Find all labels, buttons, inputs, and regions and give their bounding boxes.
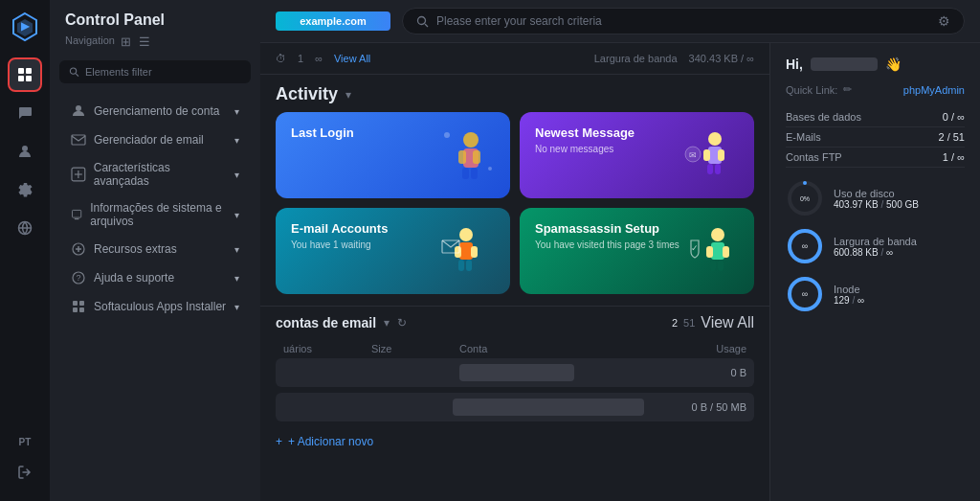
- card-text: Last Login: [291, 125, 354, 144]
- svg-rect-34: [471, 168, 478, 179]
- sidebar-title: Control Panel: [65, 11, 245, 29]
- bandwidth-item: ∞ Largura de banda 600.88 KB / ∞: [786, 227, 965, 265]
- sidebar-item-extras[interactable]: Recursos extras ▾: [56, 235, 255, 263]
- svg-rect-48: [471, 246, 478, 258]
- bandwidth-label: Largura de banda: [594, 53, 678, 64]
- svg-rect-32: [473, 150, 480, 164]
- svg-rect-42: [715, 164, 721, 174]
- svg-rect-26: [79, 307, 84, 312]
- chevron-down-icon: ▾: [234, 170, 239, 180]
- svg-line-28: [425, 24, 428, 27]
- list-view-icon[interactable]: ☰: [139, 34, 150, 49]
- plus-icon: +: [276, 435, 282, 448]
- activity-section-header: Activity ▾: [260, 75, 769, 112]
- domain-badge[interactable]: example.com: [276, 11, 390, 31]
- add-email-button[interactable]: + + Adicionar novo: [260, 427, 769, 456]
- stats-row: ⏱ 1 ∞ View All Largura de banda 340.43 K…: [260, 43, 769, 75]
- ftp-row: Contas FTP 1 / ∞: [786, 148, 965, 168]
- logo[interactable]: ▶: [10, 11, 40, 46]
- filter-icon[interactable]: ⚙: [938, 13, 950, 29]
- sidebar-menu: Gerenciamento de conta ▾ Gerenciador de …: [50, 95, 260, 323]
- svg-point-45: [459, 228, 473, 241]
- svg-point-35: [444, 132, 450, 138]
- svg-rect-24: [79, 301, 84, 306]
- email-section-title: contas de email: [276, 315, 376, 330]
- content-area: ⏱ 1 ∞ View All Largura de banda 340.43 K…: [260, 43, 980, 501]
- email-row: 0 B: [276, 358, 754, 387]
- inode-usage-info: Inode 129 / ∞: [834, 284, 864, 306]
- sidebar-item-sysinfo[interactable]: Informações de sistema e arquivos ▾: [56, 194, 255, 235]
- sidebar-item-account[interactable]: Gerenciamento de conta ▾: [56, 97, 255, 125]
- navigation-label: Navigation: [65, 34, 115, 46]
- svg-point-52: [711, 228, 724, 241]
- card-title: E-mail Accounts: [291, 221, 388, 236]
- sidebar-item-advanced[interactable]: Características avançadas ▾: [56, 154, 255, 194]
- svg-point-29: [463, 132, 479, 148]
- email-input-field-2[interactable]: [453, 399, 644, 416]
- disk-usage-info: Uso de disco 403.97 KB / 500 GB: [834, 188, 919, 210]
- newest-message-card[interactable]: Newest Message No new messages ✉: [520, 112, 754, 198]
- settings-nav-icon[interactable]: [8, 172, 42, 207]
- wave-emoji: 👋: [885, 57, 902, 72]
- main-content: example.com ⚙ ⏱ 1 ∞ View All Largura de …: [260, 0, 980, 501]
- message-illustration: ✉: [681, 125, 739, 183]
- bandwidth-value: 340.43 KB / ∞: [689, 53, 754, 64]
- language-label[interactable]: PT: [15, 433, 35, 451]
- sidebar-item-email-manager[interactable]: Gerenciador de email ▾: [56, 125, 255, 154]
- email-view-all-link[interactable]: View All: [701, 314, 754, 331]
- sidebar-header: Control Panel Navigation ⊞ ☰: [50, 11, 260, 60]
- phpmyadmin-link[interactable]: phpMyAdmin: [903, 84, 965, 96]
- svg-rect-12: [72, 135, 85, 145]
- svg-rect-16: [73, 210, 81, 217]
- sidebar: Control Panel Navigation ⊞ ☰ Gerenciamen…: [50, 0, 260, 501]
- email-usage-col: 0 B: [651, 367, 746, 378]
- grid-view-icon[interactable]: ⊞: [121, 34, 131, 49]
- email-conta-col: [459, 364, 639, 381]
- svg-point-9: [70, 68, 76, 74]
- svg-text:?: ?: [76, 273, 80, 283]
- logout-icon[interactable]: [8, 455, 42, 490]
- email-chevron-icon[interactable]: ▾: [384, 316, 390, 330]
- svg-rect-3: [18, 68, 24, 74]
- quick-link-label: Quick Link:: [786, 84, 837, 96]
- email-accounts-card[interactable]: E-mail Accounts You have 1 waiting: [276, 208, 510, 294]
- topbar-search-input[interactable]: [436, 14, 930, 28]
- email-table-header: uários Size Conta Usage: [276, 339, 754, 358]
- activity-chevron-icon[interactable]: ▾: [345, 88, 351, 102]
- email-table: uários Size Conta Usage 0 B: [260, 339, 769, 421]
- infinity-label: ∞: [315, 53, 323, 64]
- refresh-icon[interactable]: ↻: [397, 316, 407, 330]
- sidebar-item-help[interactable]: ? Ajuda e suporte ▾: [56, 263, 255, 292]
- edit-icon[interactable]: ✏: [843, 83, 852, 96]
- elements-filter-input[interactable]: [85, 66, 241, 78]
- globe-nav-icon[interactable]: [8, 211, 42, 245]
- grid-nav-icon[interactable]: [8, 57, 42, 92]
- sidebar-item-softaculous[interactable]: Softaculous Apps Installer ▾: [56, 292, 255, 321]
- last-login-card[interactable]: Last Login: [276, 112, 510, 198]
- chevron-down-icon: ▾: [234, 135, 239, 146]
- view-all-link[interactable]: View All: [334, 53, 370, 64]
- email-usage-col-2: 0 B / 50 MB: [656, 401, 746, 413]
- chevron-down-icon: ▾: [234, 302, 239, 312]
- svg-rect-40: [718, 149, 724, 161]
- search-bar: ⚙: [402, 8, 965, 34]
- spam-setup-card[interactable]: Spamassassin Setup You have visited this…: [520, 208, 754, 294]
- svg-rect-54: [706, 246, 713, 258]
- user-nav-icon[interactable]: [8, 134, 42, 169]
- right-panel: Hi, 👋 Quick Link: ✏ phpMyAdmin Bases de …: [769, 43, 980, 501]
- svg-rect-39: [703, 149, 710, 161]
- user-name-placeholder: [811, 57, 878, 71]
- email-input-field[interactable]: [459, 364, 574, 381]
- clock-icon: ⏱: [276, 53, 286, 64]
- svg-rect-53: [711, 242, 724, 260]
- svg-rect-56: [710, 260, 716, 271]
- bandwidth-circle: ∞: [786, 227, 824, 265]
- activity-grid: Last Login: [260, 112, 769, 306]
- activity-title: Activity: [276, 84, 338, 104]
- sidebar-search-box: [59, 60, 251, 83]
- message-nav-icon[interactable]: [8, 96, 42, 130]
- card-subtitle: You have visited this page 3 times: [535, 239, 679, 250]
- topbar: example.com ⚙: [260, 0, 980, 43]
- disk-circle: 0%: [786, 179, 824, 217]
- email-count: 2: [672, 317, 678, 329]
